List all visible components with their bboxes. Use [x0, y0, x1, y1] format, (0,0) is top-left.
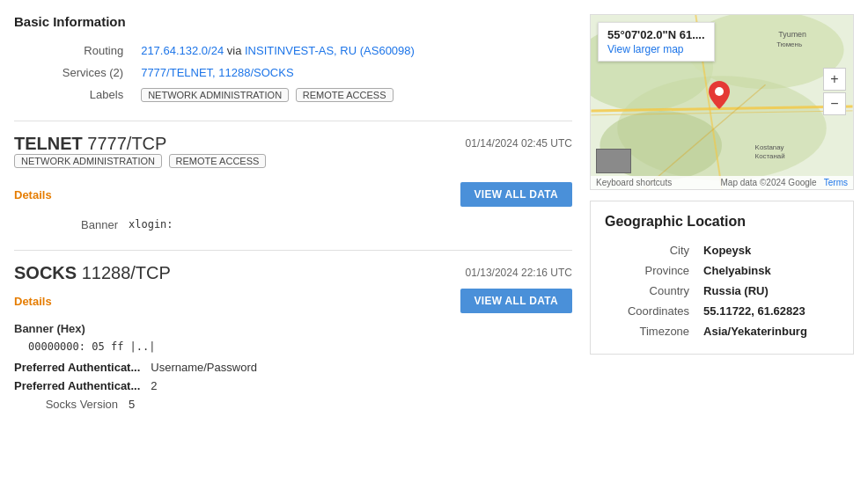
geo-title: Geographic Location: [605, 214, 839, 230]
socks-pref-auth-value2: 2: [151, 379, 157, 392]
map-label-box: 55°07'02.0"N 61.... View larger map: [598, 22, 715, 62]
labels-value: NETWORK ADMINISTRATION REMOTE ACCESS: [134, 84, 572, 106]
socks-view-all-button[interactable]: VIEW ALL DATA: [460, 289, 572, 313]
geo-country-row: Country Russia (RU): [605, 281, 839, 301]
geo-timezone-row: Timezone Asia/Yekaterinburg: [605, 321, 839, 341]
socks-pref-auth-value1: Username/Password: [151, 361, 257, 374]
socks-pref-auth-label1: Preferred Authenticat...: [14, 361, 151, 374]
geo-country-value: Russia (RU): [698, 281, 839, 301]
socks-pref-auth-label2: Preferred Authenticat...: [14, 379, 151, 392]
sidebar: Tyumen Тюмень Kostanay Костанай 55°07'02…: [590, 14, 854, 429]
map-terms-link[interactable]: Terms: [824, 178, 848, 187]
map-attribution: Keyboard shortcuts Map data ©2024 Google…: [591, 176, 853, 189]
geo-table: City Kopeysk Province Chelyabinsk Countr…: [605, 240, 839, 341]
socks-version-label: Socks Version: [14, 398, 129, 411]
socks-version-row: Socks Version 5: [14, 395, 572, 413]
telnet-time: 01/14/2024 02:45 UTC: [466, 137, 572, 150]
geo-city-value: Kopeysk: [698, 240, 839, 260]
services-label: Services (2): [14, 62, 134, 84]
geo-timezone-label: Timezone: [605, 321, 698, 341]
routing-ip-link[interactable]: 217.64.132.0/24: [141, 44, 224, 57]
svg-point-13: [715, 87, 724, 96]
svg-text:Костанай: Костанай: [755, 152, 785, 160]
basic-info-table: Routing 217.64.132.0/24 via INSITINVEST-…: [14, 40, 572, 106]
map-larger-link[interactable]: View larger map: [607, 43, 683, 55]
geo-city-label: City: [605, 240, 698, 260]
telnet-label-remote-access: REMOTE ACCESS: [169, 154, 267, 168]
svg-text:Tyumen: Tyumen: [778, 30, 806, 39]
labels-row: Labels NETWORK ADMINISTRATION REMOTE ACC…: [14, 84, 572, 106]
geo-country-label: Country: [605, 281, 698, 301]
geo-timezone-value: Asia/Yekaterinburg: [698, 321, 839, 341]
socks-service-block: SOCKS 11288/TCP 01/13/2024 22:16 UTC Det…: [14, 250, 572, 413]
socks-pref-auth-row2: Preferred Authenticat... 2: [14, 377, 572, 395]
map-thumbnail: [596, 149, 631, 173]
socks-version-value: 5: [129, 398, 135, 411]
telnet-service-block: TELNET 7777/TCP NETWORK ADMINISTRATION R…: [14, 121, 572, 234]
socks-title-group: SOCKS 11288/TCP: [14, 263, 171, 283]
telnet-view-all-button[interactable]: VIEW ALL DATA: [460, 182, 572, 207]
geo-city-row: City Kopeysk: [605, 240, 839, 260]
services-link[interactable]: 7777/TELNET, 11288/SOCKS: [141, 66, 293, 79]
services-value: 7777/TELNET, 11288/SOCKS: [134, 62, 572, 84]
geo-coordinates-value: 55.11722, 61.62823: [698, 301, 839, 321]
socks-pref-auth-row1: Preferred Authenticat... Username/Passwo…: [14, 358, 572, 377]
svg-text:Тюмень: Тюмень: [776, 40, 802, 48]
routing-row: Routing 217.64.132.0/24 via INSITINVEST-…: [14, 40, 572, 62]
basic-info-title: Basic Information: [14, 14, 572, 29]
zoom-in-button[interactable]: +: [823, 68, 846, 91]
socks-details-link[interactable]: Details: [14, 295, 52, 308]
map-zoom-controls: + −: [823, 68, 846, 115]
socks-service-header: SOCKS 11288/TCP 01/13/2024 22:16 UTC: [14, 263, 572, 283]
telnet-service-labels: NETWORK ADMINISTRATION REMOTE ACCESS: [14, 154, 269, 168]
geo-coordinates-label: Coordinates: [605, 301, 698, 321]
zoom-out-button[interactable]: −: [823, 92, 846, 115]
routing-label: Routing: [14, 40, 134, 62]
telnet-service-title: TELNET 7777/TCP: [14, 134, 269, 154]
socks-hex-line: 00000000: 05 ff |..|: [28, 340, 572, 353]
labels-label: Labels: [14, 84, 134, 106]
map-coords: 55°07'02.0"N 61....: [607, 28, 705, 41]
keyboard-shortcuts: Keyboard shortcuts: [596, 178, 672, 187]
telnet-timestamp: 01/14/2024 02:45 UTC: [466, 134, 572, 150]
geo-location-panel: Geographic Location City Kopeysk Provinc…: [590, 201, 854, 355]
basic-info-section: Basic Information Routing 217.64.132.0/2…: [14, 14, 572, 106]
socks-service-title: SOCKS 11288/TCP: [14, 263, 171, 283]
telnet-banner-value: xlogin:: [129, 218, 173, 231]
geo-province-value: Chelyabinsk: [698, 260, 839, 281]
routing-as-link[interactable]: INSITINVEST-AS, RU (AS60098): [245, 44, 415, 57]
services-row: Services (2) 7777/TELNET, 11288/SOCKS: [14, 62, 572, 84]
map-data-credit: Map data ©2024 Google Terms: [720, 178, 848, 187]
socks-timestamp: 01/13/2024 22:16 UTC: [466, 267, 572, 279]
socks-banner-hex-label: Banner (Hex): [14, 322, 572, 335]
map-pin: [709, 81, 730, 112]
label-badge-remote-access: REMOTE ACCESS: [296, 88, 394, 102]
telnet-details-link[interactable]: Details: [14, 188, 52, 201]
label-badge-network-admin: NETWORK ADMINISTRATION: [141, 88, 289, 102]
telnet-service-header: TELNET 7777/TCP NETWORK ADMINISTRATION R…: [14, 134, 572, 177]
map-container: Tyumen Тюмень Kostanay Костанай 55°07'02…: [590, 14, 854, 190]
geo-province-row: Province Chelyabinsk: [605, 260, 839, 281]
telnet-banner-row: Banner xlogin:: [14, 216, 572, 234]
routing-value: 217.64.132.0/24 via INSITINVEST-AS, RU (…: [134, 40, 572, 62]
geo-province-label: Province: [605, 260, 698, 281]
geo-coordinates-row: Coordinates 55.11722, 61.62823: [605, 301, 839, 321]
svg-text:Kostanay: Kostanay: [755, 143, 784, 151]
telnet-banner-label: Banner: [14, 218, 129, 231]
telnet-title-group: TELNET 7777/TCP NETWORK ADMINISTRATION R…: [14, 134, 269, 177]
telnet-label-network-admin: NETWORK ADMINISTRATION: [14, 154, 162, 168]
